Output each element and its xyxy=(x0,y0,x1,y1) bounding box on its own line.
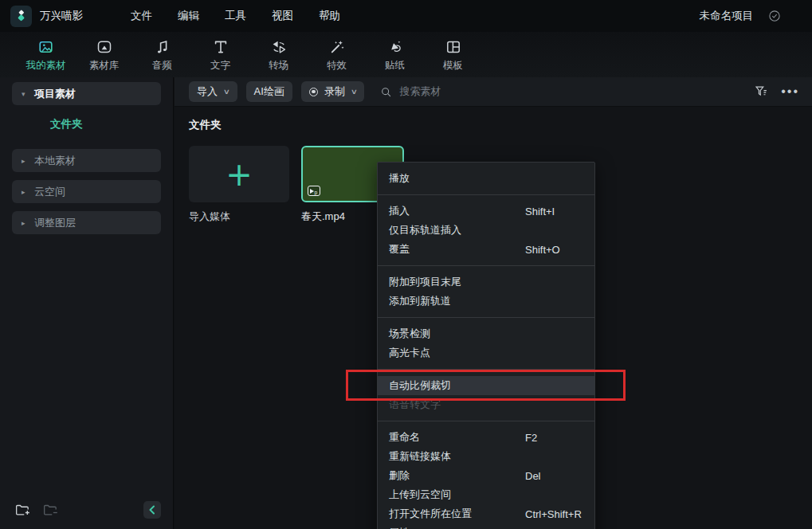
menu-item-删除[interactable]: 删除Del xyxy=(378,466,594,485)
sidebar-item-项目素材[interactable]: ▾项目素材 xyxy=(12,82,161,105)
menu-item-label: 播放 xyxy=(389,171,525,186)
template-tab-icon xyxy=(444,37,463,57)
video-proxy-icon: p xyxy=(308,186,320,196)
menu-item-播放[interactable]: 播放 xyxy=(378,169,594,188)
menu-item-label: 覆盖 xyxy=(389,242,525,257)
collapse-sidebar-button[interactable] xyxy=(143,501,161,519)
tab-label: 文字 xyxy=(210,59,230,72)
chevron-down-icon: ∨ xyxy=(351,88,358,96)
tab-素材库[interactable]: 素材库 xyxy=(75,32,133,77)
main-tabbar: 我的素材素材库音频文字转场特效贴纸模板 xyxy=(0,32,812,77)
app-logo-icon xyxy=(10,6,32,27)
plus-icon: + xyxy=(226,163,253,186)
search-input[interactable]: 搜索素材 xyxy=(379,84,441,99)
menu-item-label: 添加到新轨道 xyxy=(389,294,525,308)
menu-item-覆盖[interactable]: 覆盖Shift+O xyxy=(378,240,594,259)
tab-label: 模板 xyxy=(443,59,463,72)
menu-item-添加到新轨道[interactable]: 添加到新轨道 xyxy=(378,292,594,311)
menu-item-重新链接媒体[interactable]: 重新链接媒体 xyxy=(378,447,594,466)
effects-tab-icon xyxy=(328,37,347,57)
tab-文字[interactable]: 文字 xyxy=(191,32,249,77)
filter-icon[interactable] xyxy=(752,83,770,100)
tab-贴纸[interactable]: 贴纸 xyxy=(366,32,424,77)
remove-folder-icon[interactable] xyxy=(41,501,59,519)
sidebar-item-label: 调整图层 xyxy=(34,216,76,230)
check-circle-icon xyxy=(767,9,782,23)
chevron-right-icon: ▸ xyxy=(22,188,34,196)
chevron-right-icon: ▸ xyxy=(22,157,34,165)
context-menu: 播放插入Shift+I仅目标轨道插入覆盖Shift+O附加到项目末尾添加到新轨道… xyxy=(377,162,595,529)
music-tab-icon xyxy=(153,37,172,57)
project-name[interactable]: 未命名项目 xyxy=(700,9,754,23)
menubar-item-帮助[interactable]: 帮助 xyxy=(306,0,353,32)
menu-item-打开文件所在位置[interactable]: 打开文件所在位置Ctrl+Shift+R xyxy=(378,504,594,523)
sidebar-footer xyxy=(0,499,173,521)
chevron-right-icon: ▸ xyxy=(22,219,34,227)
menu-item-附加到项目末尾[interactable]: 附加到项目末尾 xyxy=(378,272,594,292)
tab-label: 素材库 xyxy=(89,59,120,72)
tab-label: 音频 xyxy=(152,59,172,72)
menu-item-插入[interactable]: 插入Shift+I xyxy=(378,202,594,221)
tab-音频[interactable]: 音频 xyxy=(133,32,191,77)
add-folder-icon[interactable] xyxy=(14,501,31,519)
app-title: 万兴喵影 xyxy=(40,9,83,23)
menu-item-label: 插入 xyxy=(389,204,525,218)
record-button-label: 录制 xyxy=(324,84,345,99)
app-window: 万兴喵影 文件编辑工具视图帮助 未命名项目 我的素材素材库音频文字转场特效贴纸模… xyxy=(0,0,812,529)
menu-item-label: 附加到项目末尾 xyxy=(389,275,525,289)
menu-item-label: 重命名 xyxy=(389,430,525,445)
menu-item-shortcut: Del xyxy=(525,470,541,482)
import-button[interactable]: 导入 ∨ xyxy=(189,81,237,102)
tab-label: 贴纸 xyxy=(385,59,405,72)
more-options-icon[interactable]: ••• xyxy=(781,88,799,96)
menubar-item-工具[interactable]: 工具 xyxy=(212,0,259,32)
media-toolbar: 导入 ∨ AI绘画 录制 ∨ 搜索素材 ••• xyxy=(175,77,812,107)
menu-item-上传到云空间[interactable]: 上传到云空间 xyxy=(378,485,594,504)
menubar-item-编辑[interactable]: 编辑 xyxy=(165,0,212,32)
record-icon xyxy=(309,88,318,96)
tab-我的素材[interactable]: 我的素材 xyxy=(17,32,75,77)
tab-label: 特效 xyxy=(327,59,347,72)
menu-item-属性[interactable]: 属性 xyxy=(378,523,594,529)
transition-tab-icon xyxy=(269,37,288,57)
sidebar-item-本地素材[interactable]: ▸本地素材 xyxy=(12,149,161,172)
menu-item-高光卡点[interactable]: 高光卡点 xyxy=(378,343,594,362)
menu-item-label: 场景检测 xyxy=(389,327,525,341)
stock-tab-icon xyxy=(95,37,114,57)
sidebar-folder-selected[interactable]: 文件夹 xyxy=(0,105,173,141)
record-button[interactable]: 录制 ∨ xyxy=(301,81,365,102)
text-tab-icon xyxy=(211,37,230,57)
menu-item-label: 语音转文字 xyxy=(389,398,525,412)
menu-item-自动比例裁切[interactable]: 自动比例裁切 xyxy=(378,376,594,395)
tab-转场[interactable]: 转场 xyxy=(249,32,308,77)
sidebar: ▾项目素材文件夹▸本地素材▸云空间▸调整图层 xyxy=(0,77,174,529)
search-icon xyxy=(379,85,393,99)
menu-item-重命名[interactable]: 重命名F2 xyxy=(378,428,594,447)
menu-item-仅目标轨道插入[interactable]: 仅目标轨道插入 xyxy=(378,221,594,240)
menu-item-shortcut: Shift+I xyxy=(525,206,555,217)
menubar-item-文件[interactable]: 文件 xyxy=(118,0,165,32)
folder-section-title: 文件夹 xyxy=(189,118,812,132)
menu-item-label: 仅目标轨道插入 xyxy=(389,223,525,237)
menu-item-shortcut: Shift+O xyxy=(525,244,560,256)
tab-模板[interactable]: 模板 xyxy=(424,32,482,77)
ai-paint-button-label: AI绘画 xyxy=(254,84,284,99)
sidebar-item-label: 项目素材 xyxy=(34,87,76,101)
import-tile-label: 导入媒体 xyxy=(189,210,292,224)
tab-label: 我的素材 xyxy=(26,59,66,72)
ai-paint-button[interactable]: AI绘画 xyxy=(246,81,292,102)
chevron-down-icon: ∨ xyxy=(223,88,230,96)
tab-label: 转场 xyxy=(269,59,288,72)
sidebar-item-云空间[interactable]: ▸云空间 xyxy=(12,180,161,203)
menu-item-label: 高光卡点 xyxy=(389,346,525,360)
chevron-down-icon: ▾ xyxy=(22,90,34,98)
tab-特效[interactable]: 特效 xyxy=(308,32,366,77)
sidebar-item-调整图层[interactable]: ▸调整图层 xyxy=(12,211,161,234)
menu-item-label: 上传到云空间 xyxy=(389,488,525,502)
import-media-tile[interactable]: + xyxy=(189,146,289,202)
menu-item-label: 重新链接媒体 xyxy=(389,449,525,464)
menubar-item-视图[interactable]: 视图 xyxy=(259,0,306,32)
menu-item-场景检测[interactable]: 场景检测 xyxy=(378,324,594,343)
menu-item-label: 删除 xyxy=(389,468,525,483)
sticker-tab-icon xyxy=(386,37,405,57)
